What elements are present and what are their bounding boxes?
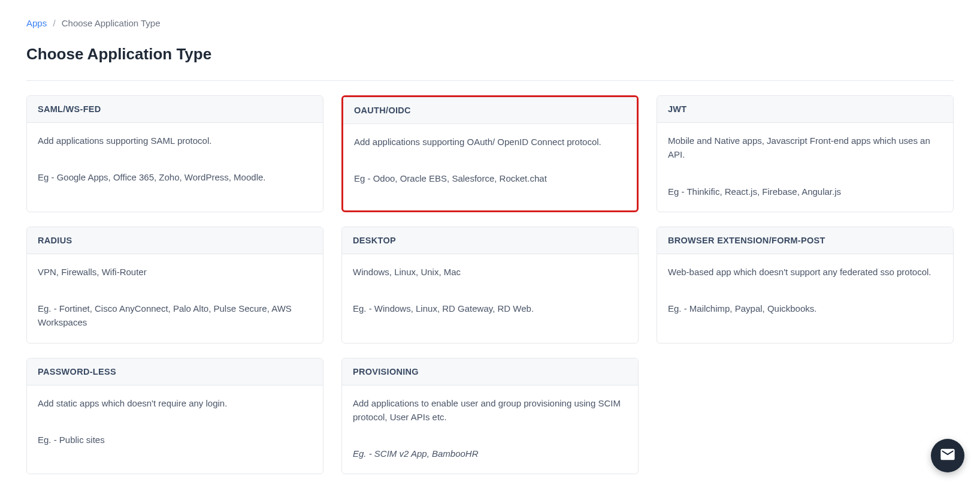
app-type-card[interactable]: PASSWORD-LESSAdd static apps which doesn… [26,358,323,475]
card-description: Windows, Linux, Unix, Mac [353,265,627,279]
card-title: SAML/WS-FED [38,104,312,114]
card-example: Eg - Odoo, Oracle EBS, Salesforce, Rocke… [354,171,626,185]
app-type-card[interactable]: DESKTOPWindows, Linux, Unix, MacEg. - Wi… [341,227,639,344]
card-body: Web-based app which doesn't support any … [657,254,953,343]
card-title: OAUTH/OIDC [354,106,626,115]
card-header: BROWSER EXTENSION/FORM-POST [657,227,953,254]
app-type-card[interactable]: JWTMobile and Native apps, Javascript Fr… [657,95,954,212]
card-body: Add static apps which doesn't require an… [27,385,323,474]
card-body: Add applications to enable user and grou… [342,385,638,474]
card-header: PROVISIONING [342,359,638,385]
card-body: Add applications supporting SAML protoco… [27,123,323,212]
card-example: Eg. - Public sites [38,433,312,447]
card-header: OAUTH/OIDC [343,97,637,124]
card-description: VPN, Firewalls, Wifi-Router [38,265,312,279]
card-description: Add static apps which doesn't require an… [38,396,312,410]
card-body: Mobile and Native apps, Javascript Front… [657,123,953,212]
app-type-card[interactable]: OAUTH/OIDCAdd applications supporting OA… [341,95,639,212]
breadcrumb-current: Choose Application Type [62,18,161,28]
card-header: SAML/WS-FED [27,96,323,123]
card-title: JWT [668,104,942,114]
app-type-card[interactable]: PROVISIONINGAdd applications to enable u… [341,358,639,475]
card-title: RADIUS [38,236,312,245]
card-header: JWT [657,96,953,123]
card-title: BROWSER EXTENSION/FORM-POST [668,236,942,245]
card-example: Eg. - Fortinet, Cisco AnyConnect, Palo A… [38,302,312,330]
card-description: Web-based app which doesn't support any … [668,265,942,279]
card-example: Eg. - SCIM v2 App, BambooHR [353,447,627,460]
card-example: Eg - Thinkific, React.js, Firebase, Angu… [668,185,942,198]
page-divider [26,80,954,81]
card-body: Add applications supporting OAuth/ OpenI… [343,124,637,210]
chat-fab-button[interactable] [931,439,964,472]
breadcrumb: Apps / Choose Application Type [26,18,954,28]
page-title: Choose Application Type [26,45,954,64]
card-example: Eg. - Windows, Linux, RD Gateway, RD Web… [353,302,627,315]
app-type-card[interactable]: BROWSER EXTENSION/FORM-POSTWeb-based app… [657,227,954,344]
app-type-card[interactable]: RADIUSVPN, Firewalls, Wifi-RouterEg. - F… [26,227,323,344]
card-header: DESKTOP [342,227,638,254]
card-title: PASSWORD-LESS [38,367,312,376]
card-header: RADIUS [27,227,323,254]
app-type-grid: SAML/WS-FEDAdd applications supporting S… [26,95,954,474]
app-type-card[interactable]: SAML/WS-FEDAdd applications supporting S… [26,95,323,212]
card-description: Add applications supporting SAML protoco… [38,134,312,147]
card-title: PROVISIONING [353,367,627,376]
card-description: Add applications supporting OAuth/ OpenI… [354,135,626,149]
card-example: Eg - Google Apps, Office 365, Zoho, Word… [38,170,312,184]
card-description: Mobile and Native apps, Javascript Front… [668,134,942,162]
breadcrumb-separator: / [53,18,55,28]
card-body: VPN, Firewalls, Wifi-RouterEg. - Fortine… [27,254,323,343]
card-header: PASSWORD-LESS [27,359,323,385]
card-body: Windows, Linux, Unix, MacEg. - Windows, … [342,254,638,343]
breadcrumb-root-link[interactable]: Apps [26,18,47,28]
card-example: Eg. - Mailchimp, Paypal, Quickbooks. [668,302,942,315]
card-title: DESKTOP [353,236,627,245]
card-description: Add applications to enable user and grou… [353,396,627,424]
mail-icon [939,446,956,465]
